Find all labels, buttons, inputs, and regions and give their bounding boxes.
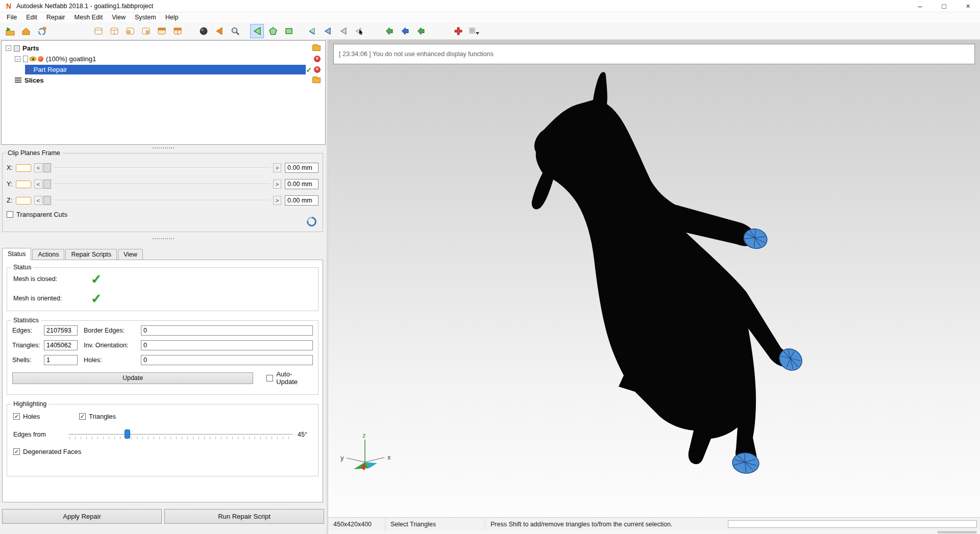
- edges-angle-slider[interactable]: [68, 428, 292, 441]
- menu-mesh-edit[interactable]: Mesh Edit: [70, 14, 108, 21]
- panel-splitter[interactable]: [152, 238, 175, 240]
- cancel-repair-icon[interactable]: ×: [314, 66, 321, 73]
- tree-row-goatling[interactable]: - (100%) goatling1 ×: [2, 54, 325, 64]
- tab-status[interactable]: Status: [2, 248, 31, 260]
- platform-view-2-icon[interactable]: [107, 24, 121, 38]
- collapse-icon[interactable]: -: [15, 56, 20, 62]
- refresh-view-icon[interactable]: [35, 24, 48, 38]
- platform-view-5-icon[interactable]: [155, 24, 168, 38]
- minimize-button[interactable]: –: [908, 0, 932, 12]
- clip-z-value-input[interactable]: [285, 195, 318, 206]
- select-triangles-icon[interactable]: [250, 24, 264, 38]
- title-bar: N Autodesk Netfabb 2018.1 - goatling1.fa…: [0, 0, 980, 12]
- select-rectangle-icon[interactable]: [282, 24, 296, 38]
- clip-y-color-swatch[interactable]: [16, 181, 31, 188]
- transparent-cuts-label: Transparent Cuts: [16, 211, 67, 218]
- orient-arrow-icon[interactable]: [212, 24, 226, 38]
- holes-checkbox[interactable]: ✓: [13, 413, 20, 420]
- degenerated-faces-checkbox[interactable]: ✓: [13, 448, 20, 455]
- select-through-icon[interactable]: [321, 24, 334, 38]
- tree-row-parts[interactable]: - Parts: [2, 43, 325, 54]
- platform-view-6-icon[interactable]: [170, 24, 184, 38]
- window-title: Autodesk Netfabb 2018.1 - goatling1.fabb…: [16, 3, 153, 10]
- brush-dropdown-icon[interactable]: [467, 24, 481, 38]
- clip-x-value-input[interactable]: [285, 163, 318, 173]
- clip-x-increment-button[interactable]: >: [273, 163, 281, 172]
- close-button[interactable]: ×: [956, 0, 980, 12]
- run-repair-script-button[interactable]: Run Repair Script: [164, 509, 324, 524]
- nav-forward-green-icon[interactable]: [414, 24, 428, 38]
- left-panel: - Parts - (100%) goatling1 × + Part Repa…: [0, 40, 327, 534]
- nav-back-green-icon[interactable]: [382, 24, 396, 38]
- menu-system[interactable]: System: [130, 14, 161, 21]
- transparent-cuts-checkbox[interactable]: [7, 211, 13, 218]
- border-edges-input[interactable]: [141, 325, 313, 336]
- inv-orientation-label: Inv. Orientation:: [84, 342, 141, 349]
- inv-orientation-input[interactable]: [141, 340, 313, 350]
- clip-x-color-swatch[interactable]: [16, 164, 31, 172]
- tree-row-slices[interactable]: Slices: [2, 75, 325, 86]
- add-repair-icon[interactable]: [451, 24, 465, 38]
- tab-actions[interactable]: Actions: [32, 249, 64, 260]
- triangles-input[interactable]: [44, 340, 78, 350]
- menu-help[interactable]: Help: [161, 14, 183, 21]
- shells-input[interactable]: [44, 355, 78, 365]
- panel-splitter[interactable]: [152, 147, 175, 149]
- clip-x-slider-thumb[interactable]: [43, 163, 51, 172]
- edges-input[interactable]: [44, 325, 78, 336]
- clip-z-increment-button[interactable]: >: [273, 196, 281, 205]
- visibility-icon[interactable]: [30, 57, 36, 61]
- folder-icon[interactable]: [312, 78, 321, 83]
- clip-x-decrement-button[interactable]: <: [34, 163, 42, 172]
- tree-row-part-repair[interactable]: + Part Repair ✓ ×: [2, 64, 325, 75]
- clip-y-increment-button[interactable]: >: [273, 180, 281, 189]
- slices-label: Slices: [24, 77, 44, 84]
- select-surface-icon[interactable]: [305, 24, 318, 38]
- clip-z-slider-track[interactable]: [54, 200, 271, 201]
- remove-part-icon[interactable]: ×: [314, 56, 321, 62]
- select-polygon-icon[interactable]: [266, 24, 280, 38]
- update-button[interactable]: Update: [12, 372, 253, 384]
- clip-y-slider-thumb[interactable]: [43, 180, 51, 189]
- select-cursor-icon[interactable]: [352, 24, 366, 38]
- scrollbar-grip[interactable]: [937, 531, 977, 533]
- apply-repair-check-icon[interactable]: ✓: [306, 66, 312, 74]
- slider-track[interactable]: [68, 434, 292, 435]
- zoom-icon[interactable]: [228, 24, 242, 38]
- clip-z-color-swatch[interactable]: [16, 197, 31, 205]
- clip-z-slider-thumb[interactable]: [43, 196, 51, 205]
- folder-icon[interactable]: [312, 45, 321, 51]
- menu-file[interactable]: File: [2, 14, 21, 21]
- maximize-button[interactable]: □: [932, 0, 956, 12]
- clip-y-decrement-button[interactable]: <: [34, 180, 42, 189]
- status-group-title: Status: [11, 264, 33, 271]
- repair-icon: +: [27, 66, 31, 73]
- clip-y-value-input[interactable]: [285, 179, 318, 189]
- clip-x-slider-track[interactable]: [54, 167, 271, 168]
- triangles-checkbox[interactable]: ✓: [79, 413, 86, 420]
- edges-from-row: Edges from 45°: [13, 428, 313, 441]
- goat-mesh-silhouette: [527, 70, 818, 489]
- menu-repair[interactable]: Repair: [42, 14, 70, 21]
- tab-view[interactable]: View: [118, 249, 143, 260]
- viewport-3d[interactable]: [ 23:34:06 ] You do not use enhanced dis…: [328, 40, 980, 517]
- holes-input[interactable]: [141, 355, 313, 365]
- select-none-icon[interactable]: [336, 24, 350, 38]
- auto-update-checkbox[interactable]: [266, 375, 273, 382]
- import-part-icon[interactable]: [19, 24, 33, 38]
- tab-repair-scripts[interactable]: Repair Scripts: [65, 249, 117, 260]
- shading-sphere-icon[interactable]: [197, 24, 210, 38]
- slider-thumb[interactable]: [125, 429, 130, 439]
- apply-repair-button[interactable]: Apply Repair: [2, 509, 162, 524]
- transparent-cuts-row: Transparent Cuts: [7, 211, 318, 218]
- clip-z-decrement-button[interactable]: <: [34, 196, 42, 205]
- nav-back-blue-icon[interactable]: [398, 24, 412, 38]
- platform-view-1-icon[interactable]: [91, 24, 105, 38]
- menu-edit[interactable]: Edit: [21, 14, 42, 21]
- open-project-icon[interactable]: [3, 24, 17, 38]
- platform-view-4-icon[interactable]: [139, 24, 153, 38]
- clip-y-slider-track[interactable]: [54, 184, 271, 185]
- collapse-icon[interactable]: -: [6, 45, 11, 51]
- platform-view-3-icon[interactable]: [123, 24, 137, 38]
- menu-view[interactable]: View: [107, 14, 130, 21]
